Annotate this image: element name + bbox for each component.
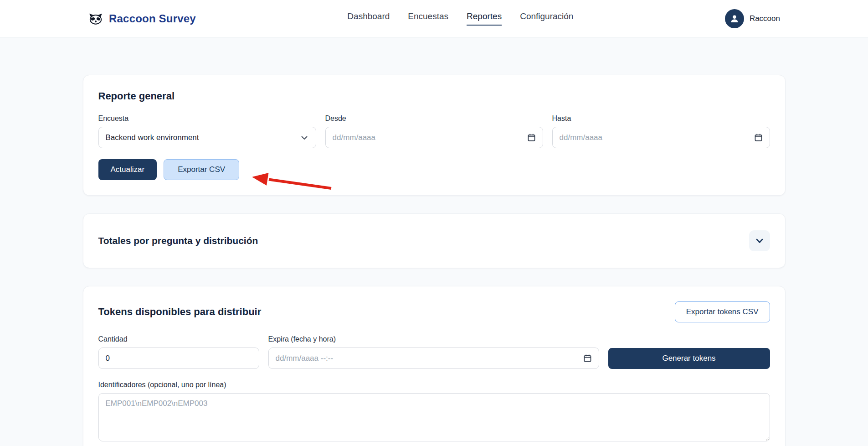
hasta-field: Hasta (552, 114, 770, 148)
user-avatar[interactable] (725, 9, 744, 28)
encuesta-field: Encuesta Backend work environment (98, 114, 316, 148)
chevron-down-icon (300, 133, 309, 142)
user-menu[interactable]: Raccoon (725, 9, 780, 28)
person-icon (729, 13, 740, 24)
cantidad-label: Cantidad (98, 335, 259, 343)
main-content: Reporte general Encuesta Backend work en… (83, 37, 786, 446)
report-general-card: Reporte general Encuesta Backend work en… (83, 75, 786, 196)
app-title: Raccoon Survey (109, 12, 196, 25)
encuesta-label: Encuesta (98, 114, 316, 123)
hasta-date-input[interactable] (560, 133, 750, 142)
expira-label: Expira (fecha y hora) (268, 335, 599, 343)
nav-item-configuracion[interactable]: Configuración (520, 11, 573, 26)
cantidad-input[interactable] (106, 354, 252, 363)
chevron-down-icon (755, 236, 765, 246)
nav-item-encuestas[interactable]: Encuestas (408, 11, 448, 26)
expira-field: Expira (fecha y hora) (268, 335, 599, 369)
tokens-card-title: Tokens disponibles para distribuir (98, 306, 262, 318)
tokens-form-row: Cantidad Expira (fecha y hora) (98, 335, 770, 369)
report-actions-row: Actualizar Exportar CSV (98, 159, 770, 180)
calendar-icon[interactable] (754, 133, 763, 142)
desde-date-input-wrapper (325, 127, 543, 148)
totales-card: Totales por pregunta y distribución (83, 213, 786, 268)
expira-datetime-input-wrapper (268, 347, 599, 369)
brand: Raccoon Survey (89, 12, 196, 25)
exportar-tokens-csv-button[interactable]: Exportar tokens CSV (675, 301, 770, 322)
report-filter-row: Encuesta Backend work environment Desde (98, 114, 770, 148)
nav-item-reportes[interactable]: Reportes (467, 11, 502, 26)
desde-field: Desde (325, 114, 543, 148)
identificadores-textarea[interactable] (98, 393, 770, 441)
raccoon-logo-icon (89, 12, 103, 25)
totales-card-title: Totales por pregunta y distribución (98, 235, 258, 246)
nav-item-dashboard[interactable]: Dashboard (347, 11, 390, 26)
hasta-date-input-wrapper (552, 127, 770, 148)
user-name: Raccoon (750, 14, 780, 23)
calendar-icon[interactable] (527, 133, 536, 142)
main-nav: Dashboard Encuestas Reportes Configuraci… (347, 11, 573, 26)
totales-expand-button[interactable] (749, 230, 770, 251)
cantidad-field: Cantidad (98, 335, 259, 369)
tokens-card-header: Tokens disponibles para distribuir Expor… (98, 301, 770, 322)
expira-datetime-input[interactable] (276, 354, 579, 363)
encuesta-select[interactable]: Backend work environment (98, 127, 316, 148)
calendar-icon[interactable] (583, 354, 592, 363)
actualizar-button[interactable]: Actualizar (98, 159, 157, 180)
exportar-csv-button[interactable]: Exportar CSV (164, 159, 239, 180)
identificadores-field: Identificadores (opcional, uno por línea… (98, 381, 770, 441)
generar-tokens-button[interactable]: Generar tokens (608, 348, 770, 369)
cantidad-input-wrapper (98, 347, 259, 369)
report-card-title: Reporte general (98, 90, 770, 102)
top-navigation-bar: Raccoon Survey Dashboard Encuestas Repor… (0, 0, 868, 37)
hasta-label: Hasta (552, 114, 770, 123)
identificadores-label: Identificadores (opcional, uno por línea… (98, 381, 770, 389)
encuesta-selected-value: Backend work environment (106, 133, 295, 142)
desde-date-input[interactable] (333, 133, 523, 142)
tokens-card: Tokens disponibles para distribuir Expor… (83, 286, 786, 446)
desde-label: Desde (325, 114, 543, 123)
